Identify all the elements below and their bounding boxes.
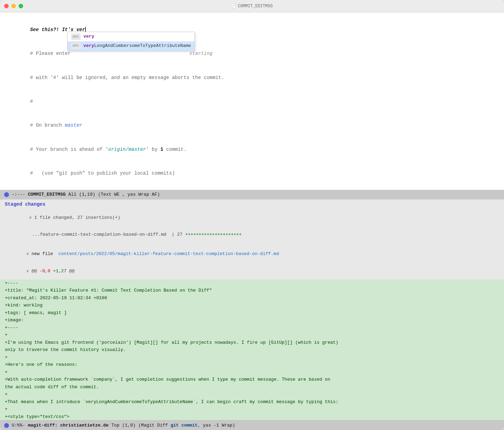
modeline-dot-bottom — [4, 423, 9, 428]
diff-line-5: +tags: [ emacs, magit ] — [0, 309, 504, 317]
maximize-button[interactable] — [19, 4, 23, 8]
modeline-indicator-bottom: U:%%- — [12, 423, 25, 428]
autocomplete-popup[interactable]: abc very abc veryLongAndCumbersomeToType… — [67, 32, 195, 51]
window-title: 📄 COMMIT_EDITMSG — [231, 4, 273, 9]
modeline-indicator-top: -:--- — [12, 192, 25, 197]
diff-line-1: +---- — [0, 280, 504, 287]
modeline-mode-bottom: (Magit Diff git commit, yas -1 Wrap) — [138, 423, 235, 428]
expand-icon-hunk: ∨ — [26, 269, 29, 274]
autocomplete-type-1: abc — [71, 33, 81, 40]
editor-comment-blank1: # — [7, 90, 497, 114]
expand-icon-file: ∨ — [26, 252, 29, 256]
diff-line-12: +Here's one of the reasons: — [0, 361, 504, 369]
commit-editor[interactable]: See this?! It's ver abc very abc veryLon… — [0, 12, 504, 190]
diff-line-8: + — [0, 331, 504, 339]
autocomplete-label-1: very — [83, 33, 94, 40]
file-diff-summary: ...feature-commit-text-completion-based-… — [0, 226, 504, 243]
hunk-at-at: @@ — [31, 268, 39, 274]
diff-line-19: +<style type="text/css"> — [0, 413, 504, 421]
git-commit-label: git commit — [171, 423, 198, 428]
hunk-header[interactable]: ∨ @@ -0,0 +1,27 @@ — [0, 263, 504, 280]
diff-line-18: + — [0, 405, 504, 413]
modeline-position-top: All (1,19) — [68, 192, 95, 197]
autocomplete-item-2[interactable]: abc veryLongAndCumbersomeToTypeAttribute… — [68, 41, 194, 51]
hunk-range-new: +1,27 — [53, 268, 67, 274]
staged-changes-header[interactable]: Staged changes — [0, 199, 504, 209]
autocomplete-label-2: veryLongAndCumbersomeToTypeAttributeName — [83, 42, 191, 50]
diff-line-9: +I'm using the Emacs git frontend ('porc… — [0, 339, 504, 346]
insertions-count: +++++++++++++++++++++ — [185, 232, 242, 237]
diff-line-11: + — [0, 354, 504, 361]
modeline-top: -:--- COMMIT_EDITMSG All (1,19) (Text WE… — [0, 190, 504, 199]
editor-comment-branch: # On branch master — [7, 114, 497, 137]
editor-comment-ignored: # with '#' will be ignored, and an empty… — [7, 66, 497, 90]
diff-line-2: +title: "Magit's Killer Feature #1: Comm… — [0, 287, 504, 294]
modeline-filename-top: COMMIT_EDITMSG — [28, 192, 65, 197]
diff-line-3: +created_at: 2022-05-19 11:02:34 +0100 — [0, 294, 504, 302]
diff-line-14: +With auto-completion framework `company… — [0, 376, 504, 383]
diff-line-6: +image: — [0, 316, 504, 324]
file-summary-line[interactable]: ∨ 1 file changed, 27 insertions(+) — [0, 209, 504, 226]
diff-line-17: +That means when I introduce `veryLongAn… — [0, 398, 504, 406]
editor-area[interactable]: See this?! It's ver abc very abc veryLon… — [0, 12, 504, 430]
autocomplete-item-1[interactable]: abc very — [68, 32, 194, 41]
editor-comment-blank2: # — [7, 185, 497, 190]
modeline-mode-top: (Text WE , yas Wrap AF) — [98, 192, 160, 197]
diff-line-13: + — [0, 369, 504, 376]
new-file-path: content/posts/2022/05/magit-killer-featu… — [58, 251, 279, 256]
modeline-position-bottom: Top (1,0) — [111, 423, 135, 428]
modeline-bottom: U:%%- magit-diff: christiantietze.de Top… — [0, 420, 504, 430]
modeline-buffer-name: magit-diff: christiantietze.de — [28, 423, 109, 428]
diff-line-7: +---- — [0, 324, 504, 332]
minimize-button[interactable] — [11, 4, 16, 8]
new-file-line[interactable]: ∨ new file content/posts/2022/05/magit-k… — [0, 245, 504, 263]
expand-icon-file-summary: ∨ — [29, 215, 31, 220]
diff-line-4: +kind: worklog — [0, 302, 504, 309]
traffic-lights — [4, 4, 23, 8]
diff-line-10: only to traverse the commit history visu… — [0, 346, 504, 354]
main-window: 📄 COMMIT_EDITMSG See this?! It's ver abc… — [0, 0, 504, 430]
autocomplete-type-2: abc — [71, 42, 81, 49]
file-icon: 📄 — [231, 4, 236, 8]
close-button[interactable] — [4, 4, 9, 8]
hunk-range-old: -0,0 — [40, 268, 50, 274]
title-bar: 📄 COMMIT_EDITMSG — [0, 0, 504, 12]
modeline-dot-top — [4, 192, 9, 197]
editor-comment-ahead: # Your branch is ahead of 'origin/master… — [7, 137, 497, 161]
magit-panel[interactable]: Staged changes ∨ 1 file changed, 27 inse… — [0, 199, 504, 421]
diff-line-15: the actual code diff of the commit. — [0, 383, 504, 391]
diff-line-16: + — [0, 391, 504, 398]
editor-comment-push: # (use "git push" to publish your local … — [7, 162, 497, 185]
